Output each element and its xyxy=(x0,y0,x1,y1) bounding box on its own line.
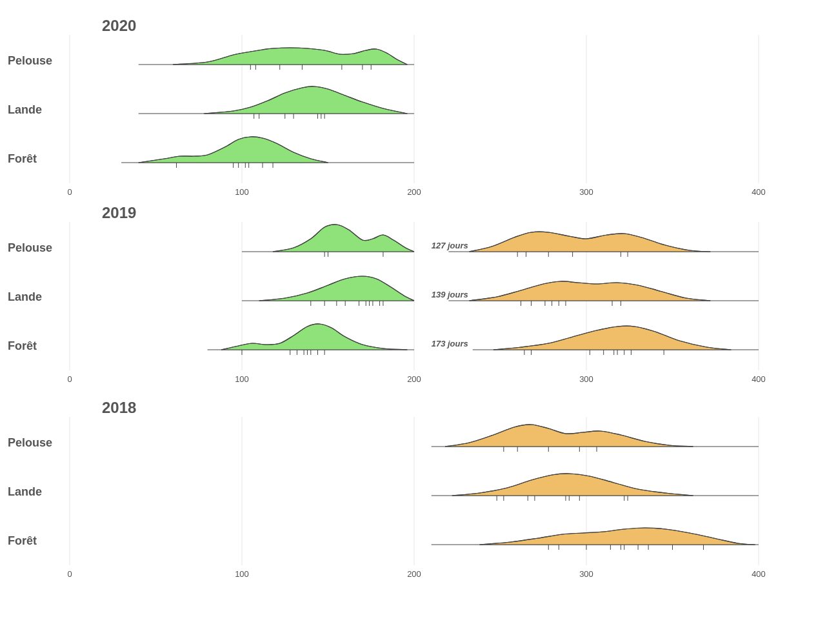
density-ridge xyxy=(479,528,755,545)
year-title: 2020 xyxy=(102,17,136,34)
x-tick-label: 200 xyxy=(407,187,421,197)
x-tick-label: 400 xyxy=(751,187,766,197)
annotation: 127 jours xyxy=(432,241,468,250)
density-ridge xyxy=(139,137,328,163)
year-title: 2018 xyxy=(102,399,136,416)
x-tick-label: 0 xyxy=(67,187,72,197)
x-tick-label: 100 xyxy=(235,374,249,384)
category-label: Pelouse xyxy=(8,241,52,254)
x-tick-label: 300 xyxy=(579,374,593,384)
x-tick-label: 200 xyxy=(407,374,421,384)
x-tick-label: 200 xyxy=(407,569,421,579)
annotation: 173 jours xyxy=(432,339,468,348)
category-label: Forêt xyxy=(8,152,37,165)
x-tick-label: 400 xyxy=(751,569,766,579)
category-label: Lande xyxy=(8,290,42,303)
x-tick-label: 100 xyxy=(235,569,249,579)
density-ridge xyxy=(204,86,407,114)
category-label: Forêt xyxy=(8,534,37,547)
x-tick-label: 0 xyxy=(67,569,72,579)
density-ridge xyxy=(259,276,414,301)
density-ridge xyxy=(469,232,710,252)
annotation: 139 jours xyxy=(432,290,468,299)
density-ridge xyxy=(469,281,710,301)
category-label: Pelouse xyxy=(8,436,52,449)
x-tick-label: 300 xyxy=(579,569,593,579)
category-label: Lande xyxy=(8,103,42,116)
x-tick-label: 300 xyxy=(579,187,593,197)
density-ridge xyxy=(221,324,407,350)
category-label: Pelouse xyxy=(8,54,52,67)
year-title: 2019 xyxy=(102,204,136,221)
x-tick-label: 0 xyxy=(67,374,72,384)
x-tick-label: 400 xyxy=(751,374,766,384)
category-label: Lande xyxy=(8,485,42,498)
x-tick-label: 100 xyxy=(235,187,249,197)
category-label: Forêt xyxy=(8,339,37,352)
